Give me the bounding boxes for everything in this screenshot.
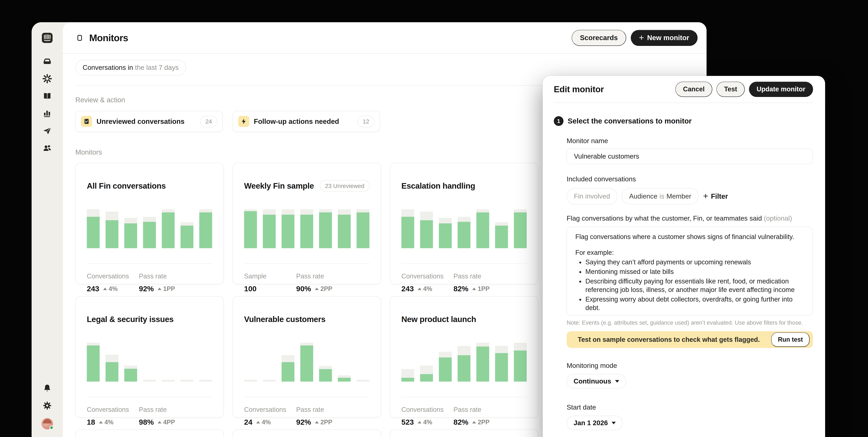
- chart-bar: [300, 209, 313, 248]
- monitor-stat: Pass rate98%4PP: [139, 406, 175, 427]
- monitor-mini-chart: [87, 209, 212, 248]
- step-1-row: 1 Select the conversations to monitor: [554, 116, 813, 126]
- review-checklist-icon: [81, 116, 92, 127]
- monitor-stat: Conversations5234%: [401, 406, 454, 427]
- delta-up-icon: [418, 421, 422, 424]
- new-monitor-button[interactable]: + New monitor: [631, 30, 698, 46]
- monitor-card[interactable]: Escalation handlingConversations2434%Pas…: [390, 163, 538, 284]
- monitor-mini-chart: [87, 343, 212, 382]
- outbound-send-icon[interactable]: [42, 126, 52, 136]
- inbox-icon[interactable]: [42, 56, 52, 66]
- events-note: Note: Events (e.g. attributes set, guida…: [567, 319, 813, 326]
- chevron-down-icon: [612, 422, 616, 424]
- test-button[interactable]: Test: [716, 82, 745, 97]
- chart-bar: [105, 211, 118, 248]
- stat-delta: 1PP: [472, 285, 490, 292]
- chart-bar-empty: [181, 380, 193, 382]
- monitor-stat: Pass rate92%1PP: [139, 272, 175, 293]
- card-divider: [87, 397, 212, 397]
- flag-description-textarea[interactable]: Flag conversations where a customer show…: [567, 227, 813, 316]
- chart-bar-empty: [244, 380, 257, 382]
- start-date-select[interactable]: Jan 1 2026: [567, 416, 623, 430]
- flag-description-intro: Flag conversations where a customer show…: [575, 233, 804, 241]
- chart-bar: [458, 346, 470, 382]
- run-test-button[interactable]: Run test: [771, 332, 809, 347]
- fin-ai-icon[interactable]: [42, 74, 52, 84]
- collapse-sidebar-icon[interactable]: [75, 33, 84, 42]
- review-action-card[interactable]: Unreviewed conversations24: [75, 111, 223, 132]
- chart-bar: [514, 343, 527, 382]
- included-conversations-label: Included conversations: [567, 175, 813, 183]
- monitor-card[interactable]: New product launchConversations5234%Pass…: [390, 296, 538, 418]
- stat-value: 90%: [296, 285, 311, 293]
- monitor-card[interactable]: Weekly Fin sample23 UnreviewedSample100P…: [232, 163, 381, 284]
- stat-value: 18: [87, 418, 95, 427]
- card-divider: [401, 397, 527, 397]
- card-divider: [401, 263, 527, 264]
- monitor-card-partial[interactable]: [232, 430, 381, 437]
- stat-value: 92%: [296, 418, 311, 427]
- unreviewed-badge: 23 Unreviewed: [320, 180, 370, 192]
- sidebar-bottom-icons: [41, 383, 53, 429]
- monitor-card[interactable]: Vulnerable customersConversations244%Pas…: [232, 296, 381, 418]
- bolt-icon: [238, 116, 249, 127]
- fin-involved-chip[interactable]: Fin involved: [567, 188, 617, 204]
- start-date-label: Start date: [567, 404, 813, 411]
- monitor-stat: Pass rate82%2PP: [454, 406, 490, 427]
- flag-bullet: Mentioning missed or late bills: [584, 267, 804, 276]
- card-divider: [87, 263, 212, 264]
- stat-value: 243: [401, 285, 414, 293]
- delta-up-icon: [103, 288, 107, 290]
- step-title: Select the conversations to monitor: [568, 117, 692, 125]
- stat-label: Conversations: [244, 406, 296, 413]
- edit-monitor-panel: Edit monitor Cancel Test Update monitor …: [543, 76, 825, 437]
- app-sidebar: [32, 22, 63, 437]
- monitor-card[interactable]: All Fin conversationsConversations2434%P…: [75, 163, 224, 284]
- monitor-card[interactable]: Legal & security issuesConversations184%…: [75, 296, 224, 418]
- monitoring-mode-select[interactable]: Continuous: [567, 374, 626, 388]
- intercom-logo-icon[interactable]: [41, 31, 54, 45]
- add-filter-button[interactable]: + Filter: [703, 191, 728, 201]
- chart-bar: [458, 217, 470, 248]
- stat-delta: 4%: [256, 418, 271, 426]
- monitor-stat: Pass rate90%2PP: [296, 272, 332, 293]
- chart-bar: [87, 343, 100, 382]
- notifications-bell-icon[interactable]: [42, 383, 52, 393]
- monitor-stat: Pass rate92%2PP: [296, 406, 332, 427]
- chart-bar-empty: [356, 380, 369, 382]
- contacts-people-icon[interactable]: [42, 143, 52, 153]
- monitor-card-title: Escalation handling: [401, 181, 475, 191]
- monitor-mini-chart: [244, 209, 370, 248]
- review-action-card[interactable]: Follow-up actions needed12: [232, 111, 380, 132]
- chart-bar-empty: [162, 380, 175, 382]
- chart-bar: [300, 343, 313, 382]
- knowledge-book-icon[interactable]: [42, 91, 52, 101]
- settings-gear-icon[interactable]: [42, 401, 52, 411]
- monitor-name-input[interactable]: [567, 148, 813, 164]
- stat-value: 523: [401, 418, 414, 427]
- stat-label: Pass rate: [454, 272, 490, 280]
- monitor-card-partial[interactable]: [390, 430, 538, 437]
- flag-conversations-label: Flag conversations by what the customer,…: [567, 214, 813, 222]
- chart-bar: [181, 222, 193, 248]
- stat-value: 98%: [139, 418, 154, 427]
- update-monitor-button[interactable]: Update monitor: [749, 82, 813, 97]
- audience-filter-chip[interactable]: Audience is Member: [622, 188, 699, 204]
- chart-bar: [420, 366, 433, 382]
- cancel-button[interactable]: Cancel: [675, 82, 712, 97]
- card-divider: [244, 397, 370, 397]
- monitor-card-title: All Fin conversations: [87, 181, 166, 191]
- reports-chart-icon[interactable]: [42, 108, 52, 118]
- chart-bar: [263, 209, 276, 248]
- chart-bar: [356, 209, 369, 248]
- chart-bar: [495, 222, 508, 248]
- user-avatar[interactable]: [41, 418, 53, 429]
- monitor-card-partial[interactable]: [75, 430, 224, 437]
- date-range-filter-chip[interactable]: Conversations in the last 7 days: [75, 60, 186, 76]
- chart-bar: [282, 355, 294, 382]
- chart-bar: [319, 209, 332, 248]
- chart-bar: [244, 209, 257, 248]
- delta-up-icon: [256, 421, 260, 424]
- delta-up-icon: [158, 421, 161, 424]
- scorecards-button[interactable]: Scorecards: [572, 30, 626, 46]
